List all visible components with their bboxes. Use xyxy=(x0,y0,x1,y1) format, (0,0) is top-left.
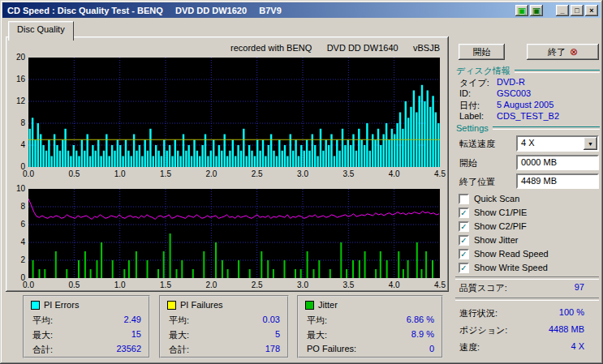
x-axis-tick-label: 1.5 xyxy=(157,169,174,178)
position-label: ポジション: xyxy=(459,324,507,336)
x-axis-tick-label: 2.5 xyxy=(248,280,266,289)
show-c2-pif-label: Show C2/PIF xyxy=(474,221,527,231)
end-position-value: 4489 MB xyxy=(518,175,597,186)
disc-info-header: ディスク情報 xyxy=(456,65,600,77)
check-icon: ✓ xyxy=(460,264,467,272)
stat-value: 0.03 xyxy=(263,315,280,327)
disc-id-value: GSC003 xyxy=(497,88,531,98)
stat-label: 平均: xyxy=(32,315,53,327)
speed-value: 4 X xyxy=(519,341,584,351)
close-icon: × xyxy=(589,6,593,15)
exit-icon: ⊗ xyxy=(570,47,578,57)
y-axis-tick-label: 0 xyxy=(9,162,25,171)
disc-info-header-label: ディスク情報 xyxy=(456,65,510,77)
stat-row: 最大:8.9 % xyxy=(307,329,434,341)
maximize-icon: □ xyxy=(575,6,579,15)
stat-row: 最大:5 xyxy=(169,329,280,341)
pi-errors-statbox-title: PI Errors xyxy=(44,300,79,310)
stat-value: 15 xyxy=(131,329,141,341)
y-axis-tick-label: 8 xyxy=(9,202,25,211)
progress-label: 進行状況: xyxy=(459,307,497,319)
minimize-icon: _ xyxy=(560,6,564,15)
x-axis-tick-label: 0.5 xyxy=(65,280,83,289)
speed-label: 速度: xyxy=(459,341,480,353)
stat-row: 合計:178 xyxy=(169,344,280,356)
x-axis-tick-label: 2.0 xyxy=(202,169,220,178)
stat-value: 23562 xyxy=(116,344,141,356)
stat-value: 6.86 % xyxy=(407,315,434,327)
disc-date-value: 5 August 2005 xyxy=(497,100,553,109)
y-axis-tick-label: 4 xyxy=(9,238,25,246)
jitter-statbox: Jitter 平均:6.86 % 最大:8.9 % PO Failures:0 xyxy=(297,295,443,358)
y-axis-tick-label: 12 xyxy=(9,96,25,105)
show-c1-pie-label: Show C1/PIE xyxy=(474,208,527,217)
start-button[interactable]: 開始 xyxy=(459,44,505,60)
jitter-statbox-title: Jitter xyxy=(318,300,338,310)
show-jitter-checkbox[interactable]: ✓ xyxy=(459,235,469,246)
section-divider-line xyxy=(515,70,600,73)
end-position-label: 終了位置 xyxy=(459,176,495,188)
stat-label: 最大: xyxy=(169,329,189,341)
check-icon: ✓ xyxy=(460,237,467,244)
y-axis-tick-label: 4 xyxy=(9,140,25,149)
end-position-field[interactable]: 4489 MB xyxy=(516,173,599,189)
y-axis-tick-label: 16 xyxy=(9,75,25,84)
quick-scan-checkbox[interactable]: ✓ xyxy=(459,194,469,204)
jitter-statbox-header: Jitter xyxy=(305,300,338,310)
stat-row: PO Failures:0 xyxy=(307,344,434,353)
x-axis-tick-label: 3.5 xyxy=(339,169,357,178)
disc-type-label: タイプ: xyxy=(459,77,489,89)
show-write-speed-checkbox[interactable]: ✓ xyxy=(459,263,469,273)
x-axis-tick-label: 3.0 xyxy=(294,280,312,289)
title-bar[interactable]: CD Speed : Disc Quality Test - BENQ DVD … xyxy=(2,2,601,18)
stat-label: 最大: xyxy=(32,329,53,341)
stat-label: 最大: xyxy=(307,329,327,341)
y-axis-tick-label: 10 xyxy=(9,184,25,193)
stat-row: 最大:15 xyxy=(32,329,141,341)
start-position-value: 0000 MB xyxy=(518,156,597,167)
title-green-icon-1[interactable]: ▣ xyxy=(515,5,528,16)
progress-value: 100 % xyxy=(519,307,584,317)
quality-score-value: 97 xyxy=(519,282,584,292)
tab-disc-quality[interactable]: Disc Quality xyxy=(8,21,74,41)
stat-value: 5 xyxy=(275,329,280,341)
x-axis-tick-label: 1.0 xyxy=(111,169,129,178)
dropdown-button[interactable]: ▼ xyxy=(584,137,597,150)
exit-button[interactable]: 終了 ⊗ xyxy=(527,44,599,60)
stat-value: 0 xyxy=(429,344,434,353)
pi-errors-statbox: PI Errors 平均:2.49 最大:15 合計:23562 xyxy=(23,295,150,358)
window-title: CD Speed : Disc Quality Test - BENQ DVD … xyxy=(2,6,515,15)
transfer-speed-label: 転送速度 xyxy=(459,138,495,150)
disc-date-label: 日付: xyxy=(459,100,480,112)
application-window: CD Speed : Disc Quality Test - BENQ DVD … xyxy=(0,0,603,364)
section-divider-line xyxy=(493,126,600,130)
show-jitter-label: Show Jitter xyxy=(474,235,518,245)
show-c2-pif-checkbox[interactable]: ✓ xyxy=(459,221,469,232)
close-button[interactable]: × xyxy=(585,5,598,16)
stat-row: 平均:6.86 % xyxy=(307,315,434,327)
x-axis-tick-label: 0.5 xyxy=(65,169,83,178)
settings-header-label: Settings xyxy=(456,123,489,133)
disc-quality-tab-page: recorded with BENQ DVD DD DW1640 vBSJB 0… xyxy=(6,36,449,292)
transfer-speed-dropdown[interactable]: 4 X ▼ xyxy=(516,135,599,152)
pi-failures-statbox: PI Failures 平均:0.03 最大:5 合計:178 xyxy=(159,295,289,358)
quality-score-label: 品質スコア: xyxy=(459,282,507,294)
stat-row: 合計:23562 xyxy=(32,344,141,356)
stat-label: PO Failures: xyxy=(307,344,356,353)
minimize-button[interactable]: _ xyxy=(556,5,569,16)
x-axis-tick-label: 1.5 xyxy=(157,280,174,289)
maximize-button[interactable]: □ xyxy=(571,5,584,16)
show-c1-pie-checkbox[interactable]: ✓ xyxy=(459,208,469,218)
title-green-icon-2[interactable]: ▣ xyxy=(530,5,543,16)
stat-value: 2.49 xyxy=(124,315,141,327)
start-position-field[interactable]: 0000 MB xyxy=(516,155,599,170)
pi-failures-legend-swatch-icon xyxy=(167,301,176,310)
tab-label: Disc Quality xyxy=(17,24,65,34)
show-write-speed-label: Show Write Speed xyxy=(474,263,548,272)
show-read-speed-checkbox[interactable]: ✓ xyxy=(459,249,469,259)
separator-line xyxy=(455,276,599,280)
pi-failures-statbox-header: PI Failures xyxy=(167,300,223,310)
check-icon: ✓ xyxy=(460,209,467,216)
y-axis-tick-label: 20 xyxy=(9,53,25,62)
y-axis-tick-label: 8 xyxy=(9,118,25,127)
